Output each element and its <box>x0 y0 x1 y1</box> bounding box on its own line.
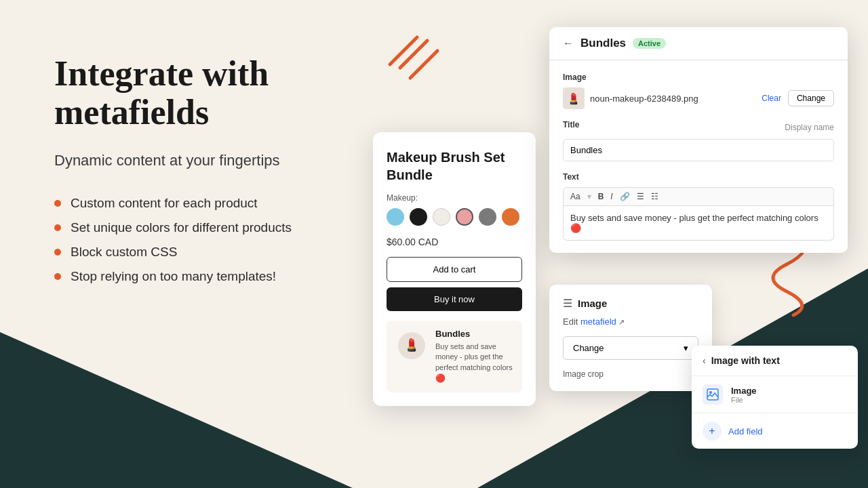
add-field-label: Add field <box>728 426 763 436</box>
swatch-gray[interactable] <box>479 208 496 226</box>
iwt-item-subtitle: File <box>731 396 757 404</box>
display-name-label: Display name <box>785 123 834 132</box>
bullet-list-button[interactable]: ☰ <box>637 192 644 201</box>
image-actions: Clear Change <box>762 90 834 106</box>
feature-list: Custom content for each product Set uniq… <box>54 196 387 284</box>
admin-panel: ← Bundles Active Image 💄 noun-makeup-623… <box>549 27 848 253</box>
svg-point-3 <box>709 391 712 394</box>
font-button[interactable]: Aa <box>570 192 580 201</box>
change-dropdown-button[interactable]: Change ▾ <box>563 336 698 360</box>
italic-button[interactable]: I <box>610 192 612 201</box>
list-item-label: Stop relying on too many templates! <box>71 269 276 284</box>
image-item-icon <box>703 384 723 405</box>
color-swatches <box>387 208 522 226</box>
status-badge: Active <box>633 38 666 49</box>
hero-subtitle: Dynamic content at your fingertips <box>54 150 387 171</box>
bundle-description: Buy sets and save money - plus get the p… <box>435 342 514 384</box>
bundle-emoji: 🔴 <box>435 373 446 383</box>
bold-button[interactable]: B <box>598 192 604 201</box>
image-thumbnail: 💄 <box>563 87 585 109</box>
list-item: Set unique colors for different products <box>54 220 387 235</box>
image-row: 💄 noun-makeup-6238489.png Clear Change <box>563 87 834 109</box>
product-card: Makeup Brush Set Bundle Makeup: $60.00 C… <box>373 132 536 406</box>
swatch-white[interactable] <box>433 208 450 226</box>
list-item-label: Custom content for each product <box>71 196 258 211</box>
image-crop-label: Image crop <box>563 369 698 379</box>
image-field-panel: ☰ Image Edit metafield ↗ Change ▾ Image … <box>549 285 712 391</box>
left-content-area: Integrate with metafields Dynamic conten… <box>54 54 387 293</box>
admin-panel-header: ← Bundles Active <box>549 27 848 60</box>
admin-panel-title: Bundles <box>580 37 626 50</box>
list-item-label: Set unique colors for different products <box>71 220 292 235</box>
squiggle-top-decoration <box>380 34 448 98</box>
image-info: 💄 noun-makeup-6238489.png <box>563 87 698 109</box>
link-button[interactable]: 🔗 <box>620 192 630 201</box>
swatch-blue[interactable] <box>387 208 404 226</box>
edit-metafield-row: Edit metafield ↗ <box>563 317 698 327</box>
add-field-button[interactable]: + Add field <box>692 413 858 449</box>
text-field-label: Text <box>563 172 834 182</box>
add-to-cart-button[interactable]: Add to cart <box>387 257 522 282</box>
image-panel-header: ☰ Image <box>563 297 698 310</box>
buy-now-button[interactable]: Buy it now <box>387 287 522 311</box>
list-item: Stop relying on too many templates! <box>54 269 387 284</box>
iwt-item-title: Image <box>731 386 757 396</box>
text-content-area[interactable]: Buy sets and save money - plus get the p… <box>563 206 834 241</box>
title-field-label: Title <box>563 120 579 129</box>
bullet-dot <box>54 224 61 231</box>
list-item-label: Block custom CSS <box>71 245 177 260</box>
product-makeup-label: Makeup: <box>387 193 522 203</box>
bundle-info: Bundles Buy sets and save money - plus g… <box>435 329 514 384</box>
iwt-image-item[interactable]: Image File <box>692 376 858 413</box>
bundle-title: Bundles <box>435 329 514 339</box>
svg-text:💄: 💄 <box>404 338 420 352</box>
swatch-orange[interactable] <box>502 208 519 226</box>
admin-panel-body: Image 💄 noun-makeup-6238489.png Clear Ch… <box>549 60 848 253</box>
bundle-card: 💄 Bundles Buy sets and save money - plus… <box>387 321 522 392</box>
swatch-black[interactable] <box>410 208 427 226</box>
bundle-icon: 💄 <box>395 329 429 363</box>
bullet-dot <box>54 249 61 256</box>
iwt-title: Image with text <box>711 355 780 366</box>
product-title: Makeup Brush Set Bundle <box>387 148 522 184</box>
image-with-text-panel: ‹ Image with text Image File + Add field <box>692 346 858 449</box>
text-toolbar: Aa ▾ B I 🔗 ☰ ☷ <box>563 187 834 206</box>
image-panel-title: Image <box>578 298 607 309</box>
iwt-header: ‹ Image with text <box>692 346 858 376</box>
back-button[interactable]: ← <box>563 37 574 49</box>
clear-link[interactable]: Clear <box>762 94 781 103</box>
list-item: Custom content for each product <box>54 196 387 211</box>
add-field-icon: + <box>703 422 722 441</box>
iwt-back-button[interactable]: ‹ <box>703 355 706 366</box>
page-title: Integrate with metafields <box>54 54 387 131</box>
swatch-pink[interactable] <box>456 208 473 226</box>
iwt-item-info: Image File <box>731 386 757 404</box>
chevron-down-icon: ▾ <box>684 343 688 353</box>
change-image-button[interactable]: Change <box>788 90 834 106</box>
image-filename: noun-makeup-6238489.png <box>590 94 698 104</box>
image-field-label: Image <box>563 73 834 82</box>
product-price: $60.00 CAD <box>387 237 522 247</box>
bullet-dot <box>54 273 61 280</box>
metafield-link[interactable]: metafield <box>580 317 616 327</box>
numbered-list-button[interactable]: ☷ <box>651 192 658 201</box>
title-row: Title Display name <box>563 120 834 135</box>
bullet-dot <box>54 200 61 207</box>
list-item: Block custom CSS <box>54 245 387 260</box>
image-icon: ☰ <box>563 297 572 310</box>
external-link-icon: ↗ <box>618 318 625 326</box>
title-input[interactable] <box>563 139 834 161</box>
